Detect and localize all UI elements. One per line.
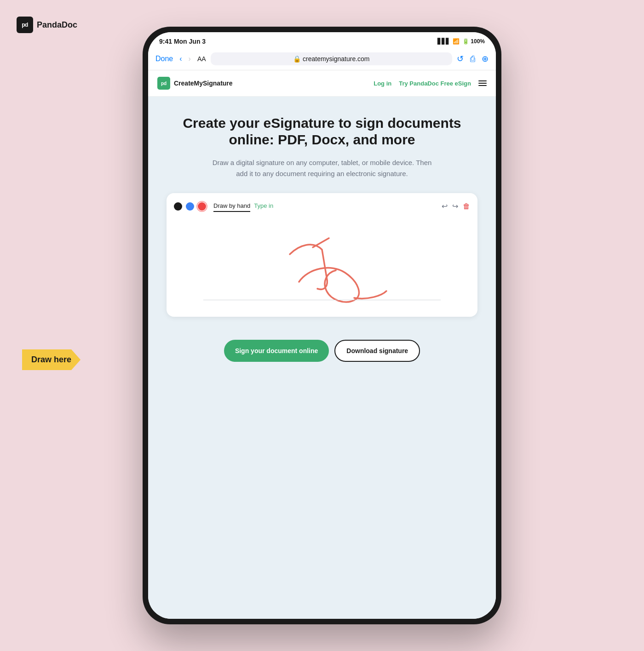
undo-button[interactable]: ↩ (442, 202, 448, 211)
draw-here-tag: Draw here (22, 349, 80, 370)
status-bar: 9:41 Mon Jun 3 ▋▋▋ 📶 🔋 100% (148, 32, 496, 49)
site-header: pd CreateMySignature Log in Try PandaDoc… (148, 70, 496, 97)
pandadoc-logo-text: PandaDoc (37, 20, 77, 30)
hero-section: Create your eSignature to sign documents… (148, 97, 496, 331)
browser-actions: ↺ ⎙ ⊕ (457, 54, 489, 64)
hero-subtitle: Draw a digital signature on any computer… (212, 157, 432, 179)
draw-here-label: Draw here (22, 349, 80, 370)
browser-bar: Done ‹ › AA 🔒 createmysignature.com ↺ ⎙ … (148, 49, 496, 70)
sig-color-picker (174, 202, 206, 211)
pandadoc-logo-icon: pd (17, 17, 33, 33)
browser-done-button[interactable]: Done (155, 55, 173, 63)
sig-toolbar: Draw by hand Type in ↩ ↪ 🗑 (174, 200, 470, 212)
redo-button[interactable]: ↪ (452, 202, 458, 211)
hero-title: Create your eSignature to sign documents… (162, 115, 482, 148)
browser-bookmarks-icon[interactable]: ⊕ (482, 54, 489, 64)
signal-icon: ▋▋▋ (437, 38, 450, 45)
url-text: createmysignature.com (303, 55, 370, 63)
browser-forward-button[interactable]: › (187, 54, 193, 64)
sig-tabs: Draw by hand Type in (213, 200, 442, 212)
tab-type-in[interactable]: Type in (254, 200, 273, 212)
delete-button[interactable]: 🗑 (463, 202, 470, 211)
site-logo-icon: pd (157, 77, 170, 90)
tab-draw-by-hand[interactable]: Draw by hand (213, 200, 250, 212)
nav-cta-link[interactable]: Try PandaDoc Free eSign (399, 80, 471, 87)
lock-icon: 🔒 (293, 55, 301, 63)
status-time: 9:41 Mon Jun 3 (159, 38, 206, 45)
sig-baseline (203, 300, 440, 300)
sig-drawing (174, 217, 470, 309)
sign-document-button[interactable]: Sign your document online (224, 340, 329, 362)
browser-url-bar[interactable]: 🔒 createmysignature.com (211, 52, 452, 65)
wifi-icon: 📶 (453, 38, 460, 45)
phone-screen: 9:41 Mon Jun 3 ▋▋▋ 📶 🔋 100% Done ‹ › AA … (148, 32, 496, 619)
sig-canvas[interactable] (174, 217, 470, 309)
browser-share-icon[interactable]: ⎙ (470, 54, 475, 64)
browser-text-size-button[interactable]: AA (197, 55, 206, 63)
hamburger-line-2 (478, 83, 487, 84)
hamburger-line-1 (478, 80, 487, 81)
color-black[interactable] (174, 202, 182, 211)
site-logo-name: CreateMySignature (174, 80, 233, 87)
phone-frame: 9:41 Mon Jun 3 ▋▋▋ 📶 🔋 100% Done ‹ › AA … (143, 27, 501, 624)
signature-widget: Draw by hand Type in ↩ ↪ 🗑 (167, 193, 477, 317)
browser-nav: ‹ › (178, 54, 193, 64)
status-icons: ▋▋▋ 📶 🔋 100% (437, 38, 485, 45)
hamburger-line-3 (478, 85, 487, 86)
site-nav: Log in Try PandaDoc Free eSign (374, 80, 487, 87)
download-signature-button[interactable]: Download signature (334, 340, 420, 362)
hamburger-menu-button[interactable] (478, 80, 487, 86)
sig-actions: ↩ ↪ 🗑 (442, 202, 470, 211)
pandadoc-logo: pd PandaDoc (17, 17, 77, 33)
website-content: pd CreateMySignature Log in Try PandaDoc… (148, 70, 496, 619)
battery-icon: 🔋 100% (462, 38, 485, 45)
nav-login-link[interactable]: Log in (374, 80, 391, 87)
bottom-buttons: Sign your document online Download signa… (148, 331, 496, 371)
browser-back-button[interactable]: ‹ (178, 54, 184, 64)
color-red-selected[interactable] (198, 202, 206, 211)
site-logo: pd CreateMySignature (157, 77, 233, 90)
color-blue[interactable] (186, 202, 194, 211)
browser-refresh-icon[interactable]: ↺ (457, 54, 464, 64)
